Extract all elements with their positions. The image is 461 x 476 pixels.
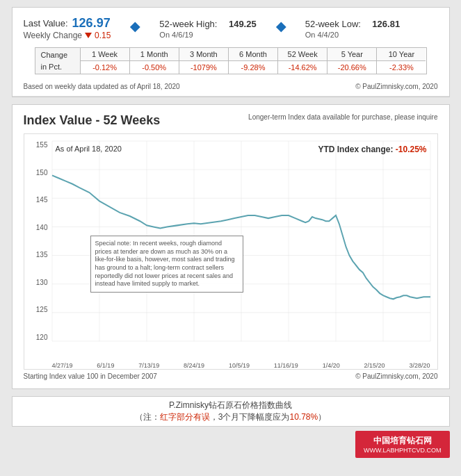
- change-col-value-5: -20.66%: [327, 61, 376, 74]
- low-date: On 4/4/20: [305, 31, 400, 39]
- chart-area: 155150145140135130125120: [24, 133, 438, 370]
- dot-separator-2: ◆: [276, 19, 286, 34]
- dot-separator-1: ◆: [130, 19, 140, 34]
- chart-title: Index Value - 52 Weeks: [24, 113, 161, 128]
- bottom-note-line1: P.Zimnisky钻石原石价格指数曲线: [15, 400, 446, 411]
- x-axis-label-8/24/19: 8/24/19: [184, 362, 204, 369]
- chart-subtitle: Longer-term Index data available for pur…: [248, 113, 437, 121]
- last-value-stat: Last Value: 126.97 Weekly Change 0.15: [24, 16, 111, 40]
- last-value-label: Last Value:: [24, 18, 68, 28]
- bottom-note: P.Zimnisky钻石原石价格指数曲线 （注：红字部分有误，3个月下降幅度应为…: [12, 396, 450, 427]
- x-axis-label-7/13/19: 7/13/19: [138, 362, 159, 369]
- change-data-cols: 1 Week -0.12% 1 Month -0.50% 3 Month -10…: [81, 48, 426, 74]
- y-axis-label-155: 155: [36, 141, 48, 149]
- ytd-value: -10.25%: [396, 145, 427, 154]
- change-table: Change in Pct. 1 Week -0.12% 1 Month -0.…: [35, 47, 427, 74]
- x-axis-label-4/27/19: 4/27/19: [52, 362, 73, 369]
- as-of-label: As of April 18, 2020: [56, 145, 122, 153]
- change-col-2: 3 Month -1079%: [179, 48, 229, 74]
- watermark-area: 中国培育钻石网 WWW.LABHPHTCVD.COM: [12, 431, 450, 458]
- change-col-header-2: 3 Month: [179, 48, 228, 61]
- chart-title-row: Index Value - 52 Weeks Longer-term Index…: [24, 113, 438, 128]
- y-axis-label-120: 120: [36, 334, 48, 341]
- ytd-label: YTD Index change:: [318, 145, 393, 154]
- stats-top-row: Last Value: 126.97 Weekly Change 0.15 ◆ …: [24, 16, 438, 40]
- change-table-section: Change in Pct. 1 Week -0.12% 1 Month -0.…: [24, 44, 438, 80]
- starting-index-note: Starting Index value 100 in December 200…: [24, 372, 157, 380]
- change-col-value-4: -14.62%: [278, 61, 327, 74]
- x-axis-labels: 4/27/196/1/197/13/198/24/1910/5/1911/16/…: [52, 359, 430, 369]
- change-col-value-6: -2.33%: [377, 61, 426, 74]
- down-arrow-icon: [85, 33, 92, 38]
- change-label-line1: Change: [41, 51, 74, 59]
- change-col-1: 1 Month -0.50%: [130, 48, 179, 74]
- change-label-line2: in Pct.: [41, 63, 74, 71]
- change-col-header-3: 6 Month: [229, 48, 277, 61]
- weekly-change-value: 0.15: [95, 31, 111, 40]
- change-col-header-1: 1 Month: [130, 48, 179, 61]
- chart-copyright: © PaulZimnisky.com, 2020: [355, 372, 437, 380]
- x-axis-label-2/15/20: 2/15/20: [364, 362, 385, 369]
- high-value: 149.25: [229, 19, 257, 29]
- change-col-0: 1 Week -0.12%: [81, 48, 130, 74]
- watermark-url: WWW.LABHPHTCVD.COM: [364, 447, 442, 454]
- change-col-value-1: -0.50%: [130, 61, 179, 74]
- special-note-box: Special note: In recent weeks, rough dia…: [90, 236, 243, 293]
- y-axis-label-130: 130: [36, 279, 48, 286]
- x-axis-label-11/16/19: 11/16/19: [274, 362, 298, 369]
- footnote-left: Based on weekly data updated as of April…: [24, 83, 180, 90]
- watermark-text: 中国培育钻石网: [364, 435, 442, 447]
- change-col-3: 6 Month -9.28%: [229, 48, 278, 74]
- special-note-text: Special note: In recent weeks, rough dia…: [95, 240, 235, 287]
- bottom-note-line2: （注：红字部分有误，3个月下降幅度应为10.78%）: [15, 411, 446, 423]
- y-axis-label-150: 150: [36, 169, 48, 177]
- change-col-6: 10 Year -2.33%: [377, 48, 426, 74]
- change-label-col: Change in Pct.: [35, 48, 81, 74]
- low-label: 52-week Low:: [305, 19, 361, 29]
- bottom-note-line2-text: （注：红字部分有误，3个月下降幅度应为10.78%）: [135, 412, 326, 422]
- y-axis-label-140: 140: [36, 224, 48, 231]
- y-axis-label-125: 125: [36, 306, 48, 313]
- low-value: 126.81: [372, 19, 400, 29]
- last-value: 126.97: [72, 16, 111, 31]
- y-axis-labels: 155150145140135130125120: [24, 141, 51, 341]
- based-on-note: Based on weekly data updated as of April…: [24, 83, 438, 90]
- change-col-header-6: 10 Year: [377, 48, 426, 61]
- high-date: On 4/6/19: [159, 31, 256, 39]
- y-axis-label-135: 135: [36, 251, 48, 258]
- x-axis-label-10/5/19: 10/5/19: [229, 362, 250, 369]
- weekly-change-label: Weekly Change: [24, 31, 83, 40]
- chart-inner: As of April 18, 2020 YTD Index change: -…: [52, 141, 430, 341]
- watermark-logo: 中国培育钻石网 WWW.LABHPHTCVD.COM: [355, 431, 450, 458]
- change-col-4: 52 Week -14.62%: [278, 48, 327, 74]
- change-col-value-2: -1079%: [179, 61, 228, 74]
- footnote-right: © PaulZimnisky.com, 2020: [355, 83, 437, 90]
- y-axis-label-145: 145: [36, 196, 48, 204]
- change-col-header-4: 52 Week: [278, 48, 327, 61]
- ytd-row: YTD Index change: -10.25%: [318, 145, 426, 154]
- chart-section: Index Value - 52 Weeks Longer-term Index…: [12, 104, 450, 389]
- weekly-change-row: Weekly Change 0.15: [24, 31, 111, 40]
- change-col-header-0: 1 Week: [81, 48, 129, 61]
- change-col-value-0: -0.12%: [81, 61, 129, 74]
- high-label: 52-week High:: [159, 19, 217, 29]
- change-col-value-3: -9.28%: [229, 61, 277, 74]
- x-axis-label-6/1/19: 6/1/19: [97, 362, 114, 369]
- high-stat: 52-week High: 149.25 On 4/6/19: [159, 18, 256, 39]
- x-axis-label-3/28/20: 3/28/20: [409, 362, 430, 369]
- chart-footer: Starting Index value 100 in December 200…: [24, 372, 438, 380]
- x-axis-label-1/4/20: 1/4/20: [323, 362, 340, 369]
- stats-section: Last Value: 126.97 Weekly Change 0.15 ◆ …: [13, 8, 449, 97]
- low-stat: 52-week Low: 126.81 On 4/4/20: [305, 18, 400, 39]
- change-col-header-5: 5 Year: [327, 48, 376, 61]
- change-col-5: 5 Year -20.66%: [327, 48, 377, 74]
